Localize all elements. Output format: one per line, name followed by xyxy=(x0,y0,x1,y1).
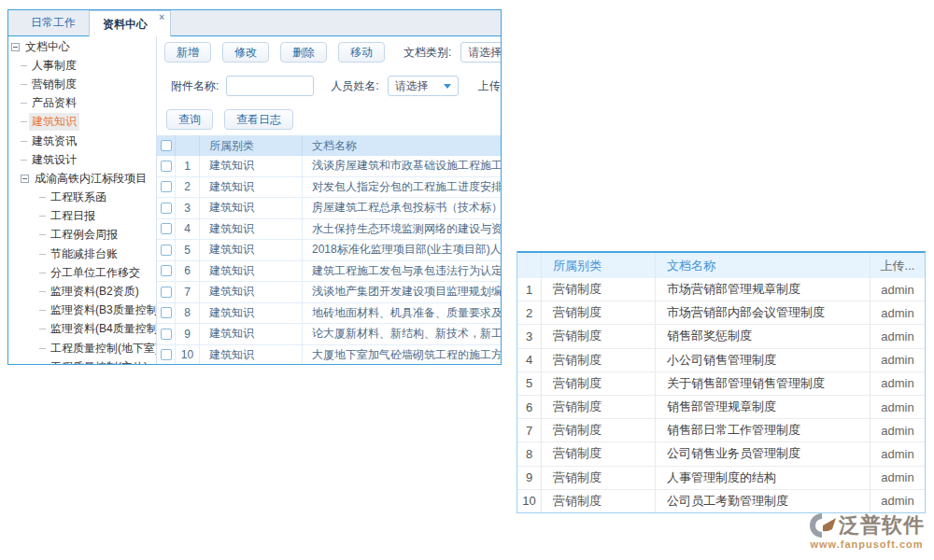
row-category: 建筑知识 xyxy=(200,156,303,176)
row-category: 营销制度 xyxy=(542,467,656,489)
tree-item[interactable]: 工程质量控制(主体) xyxy=(8,357,156,364)
tree-item-label: 成渝高铁内江标段项目 xyxy=(32,170,149,188)
tree-item[interactable]: 监理资料(B4质量控制) xyxy=(8,320,156,339)
tree-item[interactable]: 建筑知识 xyxy=(8,113,156,132)
table-row[interactable]: 9 建筑知识 论大厦新材料、新结构、新技术，新工... xyxy=(157,324,501,345)
row-category: 建筑知识 xyxy=(200,324,303,344)
attachment-name-label: 附件名称: xyxy=(171,78,219,94)
table-row[interactable]: 4 营销制度 小公司销售管理制度 admin xyxy=(517,349,925,372)
row-doc-name: 房屋建筑工程总承包投标书（技术标）... xyxy=(303,198,501,218)
table-row[interactable]: 4 建筑知识 水土保持生态环境监测网络的建设与资... xyxy=(157,219,501,241)
row-index: 6 xyxy=(176,261,200,282)
table-row[interactable]: 8 建筑知识 地砖地面材料、机具准备、质量要求及... xyxy=(157,303,501,325)
tree-item[interactable]: 建筑设计 xyxy=(8,150,156,169)
tree-item[interactable]: 工程例会周报 xyxy=(8,226,156,245)
tree-item[interactable]: 文档中心 xyxy=(8,37,156,56)
row-checkbox[interactable] xyxy=(161,349,172,360)
table-row[interactable]: 6 营销制度 销售部管理规章制度 admin xyxy=(517,396,925,419)
table-row[interactable]: 7 建筑知识 浅谈地产集团开发建设项目监理规划编... xyxy=(157,282,501,303)
table-row[interactable]: 5 建筑知识 2018标准化监理项目部(业主项目部)人员... xyxy=(157,240,501,261)
tree-connector xyxy=(39,234,46,235)
tree-item[interactable]: 分工单位工作移交 xyxy=(8,263,156,282)
table-row[interactable]: 7 营销制度 销售部日常工作管理制度 admin xyxy=(517,419,925,442)
tab-daily-work[interactable]: 日常工作 xyxy=(18,10,89,35)
row-uploader: admin xyxy=(870,442,925,465)
tree-connector xyxy=(39,254,46,255)
tree-item[interactable]: 产品资料 xyxy=(8,94,156,113)
uploader-column-header: 上传... xyxy=(870,253,925,278)
sidebar-tree: 文档中心 人事制度 营销制度 产品资料 建筑知识 建筑资讯 建筑设计 成渝高铁内… xyxy=(8,36,157,364)
toolbar-row-2: 附件名称: 人员姓名: 请选择 上传日期 xyxy=(157,76,501,96)
row-doc-name: 公司员工考勤管理制度 xyxy=(656,490,870,512)
collapse-icon[interactable] xyxy=(11,43,20,51)
row-doc-name: 对发包人指定分包的工程施工进度安排... xyxy=(303,177,501,198)
table-row[interactable]: 8 营销制度 公司销售业务员管理制度 admin xyxy=(517,442,925,466)
query-button[interactable]: 查询 xyxy=(166,109,213,130)
tree-item-label: 营销制度 xyxy=(29,76,79,93)
row-checkbox[interactable] xyxy=(161,161,172,172)
row-index: 1 xyxy=(176,156,200,176)
row-doc-name: 大厦地下室加气砼墙砌筑工程的施工方... xyxy=(303,345,501,365)
tree-item[interactable]: 工程联系函 xyxy=(8,189,156,207)
tree-item[interactable]: 监理资料(B3质量控制) xyxy=(8,301,156,320)
tree-item[interactable]: 营销制度 xyxy=(8,75,156,93)
row-index: 1 xyxy=(517,278,542,301)
row-doc-name: 销售部奖惩制度 xyxy=(656,325,870,347)
row-index: 6 xyxy=(517,396,542,418)
tree-item[interactable]: 人事制度 xyxy=(8,56,156,75)
attachment-name-input[interactable] xyxy=(226,76,314,96)
move-button[interactable]: 移动 xyxy=(338,42,385,63)
add-button[interactable]: 新增 xyxy=(164,42,211,63)
row-checkbox[interactable] xyxy=(161,265,172,276)
tree-item[interactable]: 工程质量控制(地下室) xyxy=(8,339,156,357)
table-row[interactable]: 3 营销制度 销售部奖惩制度 admin xyxy=(517,325,925,348)
edit-button[interactable]: 修改 xyxy=(222,42,269,63)
row-category: 营销制度 xyxy=(542,396,656,418)
row-checkbox[interactable] xyxy=(161,329,172,340)
table-row[interactable]: 10 营销制度 公司员工考勤管理制度 admin xyxy=(517,490,925,513)
row-doc-name: 公司销售业务员管理制度 xyxy=(656,442,870,465)
row-uploader: admin xyxy=(870,349,925,371)
table-row[interactable]: 2 建筑知识 对发包人指定分包的工程施工进度安排... xyxy=(157,177,501,199)
tree-connector xyxy=(21,160,27,161)
tree-item[interactable]: 建筑资讯 xyxy=(8,132,156,150)
table-row[interactable]: 1 营销制度 市场营销部管理规章制度 admin xyxy=(517,278,925,301)
tree-item[interactable]: 监理资料(B2资质) xyxy=(8,282,156,301)
table-row[interactable]: 10 建筑知识 大厦地下室加气砼墙砌筑工程的施工方... xyxy=(157,345,501,365)
close-icon[interactable]: × xyxy=(159,12,164,23)
row-doc-name: 2018标准化监理项目部(业主项目部)人员... xyxy=(303,240,501,260)
collapse-icon[interactable] xyxy=(21,175,29,183)
table-row[interactable]: 3 建筑知识 房屋建筑工程总承包投标书（技术标）... xyxy=(157,198,501,219)
tree-item[interactable]: 成渝高铁内江标段项目 xyxy=(8,169,156,188)
row-checkbox[interactable] xyxy=(161,287,172,298)
select-all-checkbox[interactable] xyxy=(161,140,172,151)
row-index: 4 xyxy=(517,349,542,371)
tree-item-label: 文档中心 xyxy=(22,38,73,56)
row-checkbox[interactable] xyxy=(161,203,172,214)
tab-data-center[interactable]: 资料中心 × xyxy=(89,10,171,36)
person-name-select[interactable]: 请选择 xyxy=(388,76,459,96)
delete-button[interactable]: 删除 xyxy=(280,42,327,63)
table-row[interactable]: 1 建筑知识 浅谈房屋建筑和市政基础设施工程施工... xyxy=(157,156,501,177)
table-row[interactable]: 6 建筑知识 建筑工程施工发包与承包违法行为认定... xyxy=(157,261,501,283)
row-index: 8 xyxy=(517,442,542,465)
index-column-header xyxy=(517,253,542,278)
fanpu-logo-icon xyxy=(809,512,837,539)
table-row[interactable]: 9 营销制度 人事管理制度的结构 admin xyxy=(517,467,925,490)
row-checkbox[interactable] xyxy=(161,245,172,256)
row-category: 营销制度 xyxy=(542,349,656,371)
tree-item[interactable]: 节能减排台账 xyxy=(8,245,156,263)
doc-name-column-header: 文档名称 xyxy=(656,253,870,278)
row-checkbox[interactable] xyxy=(161,223,172,234)
row-doc-name: 水土保持生态环境监测网络的建设与资... xyxy=(303,219,501,240)
table-row[interactable]: 2 营销制度 市场营销部内部会议管理制度 admin xyxy=(517,301,925,325)
row-checkbox[interactable] xyxy=(161,307,172,318)
tree-item[interactable]: 工程日报 xyxy=(8,207,156,226)
view-log-button[interactable]: 查看日志 xyxy=(224,109,293,130)
tree-item-label: 监理资料(B4质量控制) xyxy=(48,320,157,338)
row-index: 7 xyxy=(517,419,542,441)
row-doc-name: 建筑工程施工发包与承包违法行为认定... xyxy=(303,261,501,282)
row-checkbox[interactable] xyxy=(161,181,172,192)
doc-category-select[interactable]: 请选择 xyxy=(460,42,501,63)
table-row[interactable]: 5 营销制度 关于销售部管理销售管理制度 admin xyxy=(517,372,925,396)
